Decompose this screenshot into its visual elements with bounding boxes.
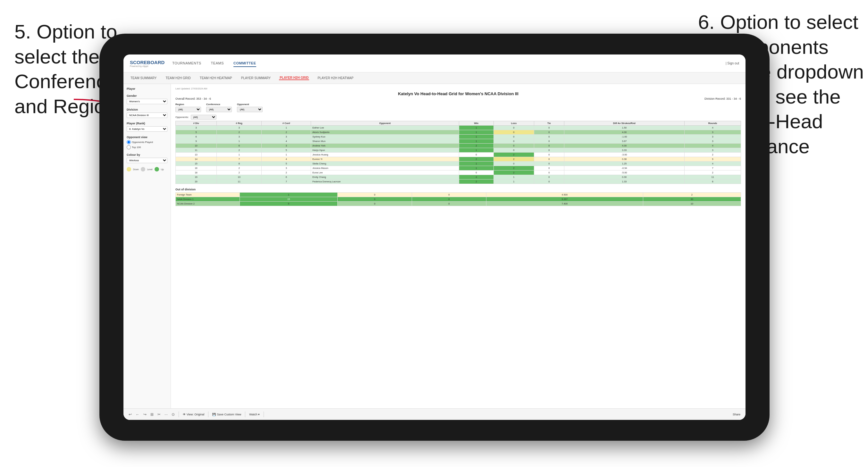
toolbar-separator-4 (264, 411, 264, 417)
watch-button[interactable]: Watch ▾ (249, 413, 260, 416)
subnav-player-h2h-grid[interactable]: PLAYER H2H GRID (279, 76, 309, 80)
dots-icon[interactable]: ··· (164, 412, 168, 417)
subnav-team-summary[interactable]: TEAM SUMMARY (130, 76, 157, 80)
conference-filter: Conference (All) (206, 103, 232, 112)
grid-area: Last Updated: 27/03/2024 AM Katelyn Vo H… (171, 84, 745, 408)
share-button[interactable]: Share (733, 413, 740, 416)
logo: SCOREBOARD Powered by clippd (130, 60, 164, 67)
table-row: 1125 Heejo Hyun 100 3.333 (176, 148, 741, 153)
legend-up-text: Up (161, 168, 164, 170)
col-opponent: Opponent (311, 121, 459, 126)
nav-links: TOURNAMENTS TEAMS COMMITTEE (172, 60, 725, 67)
table-row: NCAA Division 2 5 0 0 7.400 10 (176, 201, 741, 206)
sidebar-opponent-view-section: Opponent view Opponents Played Top 100 (127, 135, 167, 149)
nav-teams[interactable]: TEAMS (211, 60, 224, 67)
out-of-division-section: Out of division Foreign Team 1 0 0 4.500… (176, 188, 741, 206)
legend-down-text: Down (133, 168, 139, 170)
share-label: Share (733, 413, 740, 416)
opponents-dropdown[interactable]: (All) (191, 115, 216, 120)
col-conf: # Conf (262, 121, 311, 126)
toolbar-separator-2 (208, 411, 209, 417)
table-row: 1822 Euna Lee 020 -5.002 (176, 170, 741, 175)
grid-title: Katelyn Vo Head-to-Head Grid for Women's… (176, 91, 741, 96)
opponent-select[interactable]: (All) (237, 107, 262, 112)
sidebar-player-section: Player (127, 87, 167, 90)
sidebar-playerrank-select[interactable]: 8. Katelyn Vo (127, 126, 167, 132)
overall-record: Overall Record: 353 - 34 - 6 (176, 97, 211, 100)
sidebar-radio-top100[interactable]: Top 100 (127, 145, 167, 149)
sidebar-gender-section: Gender Women's (127, 94, 167, 104)
filter-row: Region (All) Conference (All) Opponent (176, 103, 741, 112)
main-content: Player Gender Women's Division NCAA Divi… (123, 84, 745, 408)
records-row: Overall Record: 353 - 34 - 6 Division Re… (176, 97, 741, 100)
sidebar-colour-by-section: Colour by Win/loss (127, 153, 167, 163)
grid-icon[interactable]: ⊞ (150, 412, 154, 417)
subnav-player-summary[interactable]: PLAYER SUMMARY (241, 76, 271, 80)
table-row: 1063 Andrea York 200 4.004 (176, 144, 741, 148)
legend-down-dot (127, 167, 131, 172)
opponent-filter: Opponent (All) (237, 103, 262, 112)
refresh-icon[interactable]: ⊙ (172, 412, 175, 417)
sidebar-playerrank-section: Player (Rank) 8. Katelyn Vo (127, 122, 167, 132)
tablet-device: SCOREBOARD Powered by clippd TOURNAMENTS… (99, 34, 770, 441)
sidebar-opponent-view-label: Opponent view (127, 135, 167, 139)
table-row: 1474 Eunice Yi 220 0.389 (176, 157, 741, 161)
tablet-screen: SCOREBOARD Powered by clippd TOURNAMENTS… (123, 55, 745, 420)
subnav-player-h2h-heatmap[interactable]: PLAYER H2H HEATMAP (317, 76, 354, 80)
sidebar-division-select[interactable]: NCAA Division III (127, 113, 167, 118)
sub-navigation: TEAM SUMMARY TEAM H2H GRID TEAM H2H HEAT… (123, 72, 745, 84)
sidebar: Player Gender Women's Division NCAA Divi… (123, 84, 171, 408)
region-filter: Region (All) (176, 103, 201, 112)
table-row: 1585 Stella Cheng 100 1.254 (176, 161, 741, 166)
top-navigation: SCOREBOARD Powered by clippd TOURNAMENTS… (123, 55, 745, 72)
conference-select[interactable]: (All) (206, 107, 232, 112)
nav-tournaments[interactable]: TOURNAMENTS (172, 60, 201, 67)
table-row: 19106 Emily Chang 410 0.3011 (176, 175, 741, 180)
col-reg: # Reg (217, 121, 262, 126)
table-row: NAIA Division 1 15 0 0 9.267 30 (176, 197, 741, 201)
cut-icon[interactable]: ✂ (157, 412, 161, 417)
view-original-button[interactable]: 👁 View: Original (183, 413, 204, 416)
subnav-team-h2h-heatmap[interactable]: TEAM H2H HEATMAP (199, 76, 233, 80)
col-div: # Div (176, 121, 217, 126)
back-icon[interactable]: ← (136, 412, 140, 417)
opponent-label: Opponent (237, 103, 262, 106)
legend-up-dot (155, 167, 159, 172)
undo-icon[interactable]: ↩ (129, 412, 132, 417)
table-row: 522 Alexis Sudjianto 100 4.003 (176, 130, 741, 135)
save-custom-label: Save Custom View (217, 413, 241, 416)
main-data-table: # Div # Reg # Conf Opponent Win Loss Tie… (176, 121, 741, 184)
toolbar-separator-3 (245, 411, 245, 417)
region-select[interactable]: (All) (176, 107, 201, 112)
col-win: Win (459, 121, 494, 126)
sidebar-gender-select[interactable]: Women's (127, 99, 167, 104)
opponents-label: Opponents: (All) (176, 115, 741, 120)
logo-sub: Powered by clippd (130, 65, 164, 67)
division-record: Division Record: 331 - 34 - 6 (705, 97, 741, 100)
sidebar-player-label: Player (127, 87, 167, 90)
toolbar-separator (179, 411, 179, 417)
legend-row: Down Level Up (127, 167, 167, 172)
col-tie: Tie (534, 121, 564, 126)
legend-level-text: Level (147, 168, 153, 170)
sidebar-playerrank-label: Player (Rank) (127, 122, 167, 125)
sidebar-radio-opponents-played[interactable]: Opponents Played (127, 140, 167, 144)
logo-text: SCOREBOARD (130, 60, 164, 65)
nav-committee[interactable]: COMMITTEE (234, 60, 256, 67)
redo-icon[interactable]: ↪ (143, 412, 147, 417)
save-icon: 💾 (212, 413, 216, 416)
sidebar-gender-label: Gender (127, 94, 167, 97)
sidebar-division-label: Division (127, 108, 167, 111)
table-row: 1623 Jessica Mason 120 -0.947 (176, 166, 741, 170)
sidebar-division-section: Division NCAA Division III (127, 108, 167, 118)
table-row: 914 Sharon Mun 100 3.673 (176, 139, 741, 144)
table-row: 20117 Federica Domecq Lacroze 210 1.336 (176, 180, 741, 184)
table-row: 633 Sydney Kuo 100 -1.003 (176, 135, 741, 139)
save-custom-view-button[interactable]: 💾 Save Custom View (212, 413, 241, 416)
out-of-division-label: Out of division (176, 188, 741, 191)
sign-out[interactable]: | Sign out (725, 62, 739, 65)
table-row: 331 Esther Lee 100 1.504 (176, 126, 741, 130)
subnav-team-h2h-grid[interactable]: TEAM H2H GRID (165, 76, 191, 80)
sidebar-colour-by-select[interactable]: Win/loss (127, 158, 167, 163)
out-of-division-table: Foreign Team 1 0 0 4.500 2 NAIA Division… (176, 192, 741, 206)
